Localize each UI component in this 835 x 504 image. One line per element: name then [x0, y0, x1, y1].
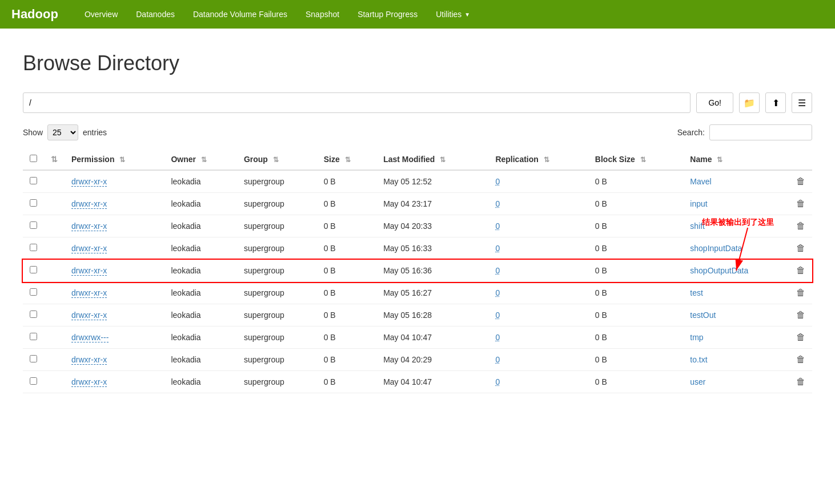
table-row: drwxr-xr-x leokadia supergroup 0 B May 0… [23, 215, 812, 237]
replication-link[interactable]: 0 [495, 221, 500, 231]
row-checkbox[interactable] [30, 288, 37, 296]
row-checkbox[interactable] [30, 221, 37, 229]
delete-icon[interactable]: 🗑 [796, 199, 805, 208]
size-cell: 0 B [317, 193, 377, 215]
name-link[interactable]: to.txt [690, 355, 707, 364]
sort-owner-icon[interactable]: ⇅ [201, 156, 207, 164]
owner-cell: leokadia [164, 193, 236, 215]
name-link[interactable]: shopOutputData [690, 266, 748, 275]
nav-snapshot[interactable]: Snapshot [296, 0, 348, 29]
table-icon-button[interactable]: ☰ [792, 92, 812, 113]
name-link[interactable]: input [690, 199, 707, 208]
name-link[interactable]: shopInputData [690, 244, 742, 253]
permission-link[interactable]: drwxr-xr-x [71, 221, 107, 231]
permission-link[interactable]: drwxr-xr-x [71, 177, 107, 187]
entries-select[interactable]: 10 25 50 100 [47, 124, 78, 140]
delete-icon[interactable]: 🗑 [796, 288, 805, 297]
row-checkbox[interactable] [30, 266, 37, 273]
nav-overview[interactable]: Overview [75, 0, 127, 29]
delete-icon[interactable]: 🗑 [796, 354, 805, 364]
owner-cell: leokadia [164, 170, 236, 193]
sort-group-icon[interactable]: ⇅ [273, 156, 279, 164]
permission-link[interactable]: drwxr-xr-x [71, 355, 107, 365]
name-link[interactable]: Mavel [690, 177, 711, 186]
nav-links: Overview Datanodes Datanode Volume Failu… [75, 0, 479, 29]
name-link[interactable]: testOut [690, 311, 716, 320]
permission-link[interactable]: drwxr-xr-x [71, 311, 107, 320]
table-row: drwxr-xr-x leokadia supergroup 0 B May 0… [23, 193, 812, 215]
select-all-checkbox[interactable] [30, 155, 37, 162]
delete-icon[interactable]: 🗑 [796, 310, 805, 320]
entries-label: entries [83, 128, 107, 137]
replication-link[interactable]: 0 [495, 288, 500, 297]
size-cell: 0 B [317, 304, 377, 326]
name-link[interactable]: tmp [690, 333, 703, 342]
size-cell: 0 B [317, 215, 377, 237]
sort-size-icon[interactable]: ⇅ [345, 156, 351, 164]
upload-icon-button[interactable]: ⬆ [765, 92, 786, 113]
replication-link[interactable]: 0 [495, 177, 500, 186]
name-link[interactable]: test [690, 288, 703, 297]
nav-datanode-volume-failures[interactable]: Datanode Volume Failures [184, 0, 296, 29]
path-input[interactable] [23, 92, 691, 113]
replication-link[interactable]: 0 [495, 377, 500, 386]
replication-link[interactable]: 0 [495, 333, 500, 342]
delete-icon[interactable]: 🗑 [796, 332, 805, 342]
row-checkbox[interactable] [30, 311, 37, 318]
delete-icon[interactable]: 🗑 [796, 221, 805, 231]
sort-last-modified-icon[interactable]: ⇅ [440, 156, 445, 164]
permission-link[interactable]: drwxr-xr-x [71, 244, 107, 253]
brand-logo[interactable]: Hadoop [11, 7, 58, 22]
sort-name-icon[interactable]: ⇅ [717, 156, 722, 164]
delete-icon[interactable]: 🗑 [796, 265, 805, 275]
replication-link[interactable]: 0 [495, 311, 500, 320]
row-checkbox[interactable] [30, 333, 37, 340]
group-cell: supergroup [237, 326, 317, 349]
search-input[interactable] [709, 124, 812, 140]
block-size-cell: 0 B [588, 193, 683, 215]
replication-link[interactable]: 0 [495, 244, 500, 253]
delete-icon[interactable]: 🗑 [796, 243, 805, 253]
group-cell: supergroup [237, 237, 317, 260]
last-modified-cell: May 05 12:52 [376, 170, 488, 193]
sort-replication-icon[interactable]: ⇅ [544, 156, 549, 164]
permission-link[interactable]: drwxrwx--- [71, 333, 109, 342]
permission-link[interactable]: drwxr-xr-x [71, 377, 107, 387]
size-cell: 0 B [317, 371, 377, 393]
nav-utilities-dropdown[interactable]: Utilities ▼ [427, 0, 479, 29]
replication-link[interactable]: 0 [495, 266, 500, 275]
folder-icon-button[interactable]: 📁 [739, 92, 760, 113]
block-size-cell: 0 B [588, 349, 683, 371]
row-checkbox[interactable] [30, 199, 37, 207]
last-modified-cell: May 04 20:29 [376, 349, 488, 371]
row-checkbox[interactable] [30, 377, 37, 385]
sort-block-size-icon[interactable]: ⇅ [640, 156, 646, 164]
row-checkbox[interactable] [30, 177, 37, 184]
permission-link[interactable]: drwxr-xr-x [71, 266, 107, 276]
row-checkbox[interactable] [30, 244, 37, 251]
show-label: Show [23, 128, 43, 137]
sort-all-icon[interactable]: ⇅ [51, 155, 58, 164]
table-row: drwxr-xr-x leokadia supergroup 0 B May 0… [23, 282, 812, 304]
row-checkbox[interactable] [30, 355, 37, 362]
replication-link[interactable]: 0 [495, 355, 500, 364]
name-link[interactable]: shift [690, 221, 705, 231]
group-cell: supergroup [237, 304, 317, 326]
owner-cell: leokadia [164, 282, 236, 304]
col-permission: Permission ⇅ [65, 149, 164, 170]
replication-link[interactable]: 0 [495, 199, 500, 208]
group-cell: supergroup [237, 349, 317, 371]
table-icon: ☰ [798, 98, 806, 108]
search-label: Search: [677, 128, 705, 137]
sort-permission-icon[interactable]: ⇅ [119, 156, 125, 164]
nav-startup-progress[interactable]: Startup Progress [348, 0, 427, 29]
owner-cell: leokadia [164, 260, 236, 282]
delete-icon[interactable]: 🗑 [796, 176, 805, 186]
delete-icon[interactable]: 🗑 [796, 377, 805, 386]
size-cell: 0 B [317, 260, 377, 282]
permission-link[interactable]: drwxr-xr-x [71, 288, 107, 298]
nav-datanodes[interactable]: Datanodes [127, 0, 184, 29]
permission-link[interactable]: drwxr-xr-x [71, 199, 107, 209]
name-link[interactable]: user [690, 377, 705, 386]
go-button[interactable]: Go! [696, 92, 733, 113]
